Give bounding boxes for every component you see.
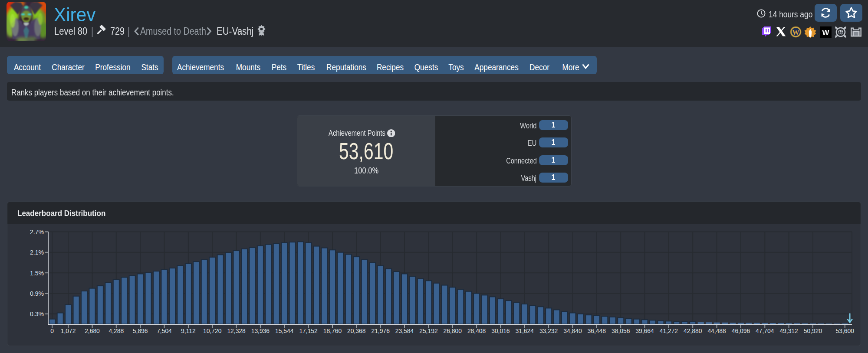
svg-text:5,896: 5,896 xyxy=(133,327,148,334)
svg-text:4,288: 4,288 xyxy=(108,327,124,334)
svg-text:17,152: 17,152 xyxy=(299,327,317,334)
svg-text:23,584: 23,584 xyxy=(395,327,414,334)
svg-text:47,704: 47,704 xyxy=(756,327,774,334)
svg-text:1,072: 1,072 xyxy=(61,327,76,334)
svg-text:0.9%: 0.9% xyxy=(30,290,44,297)
svg-text:9,112: 9,112 xyxy=(181,327,196,334)
svg-text:2.1%: 2.1% xyxy=(30,249,44,256)
svg-text:2,680: 2,680 xyxy=(85,327,100,334)
svg-text:49,312: 49,312 xyxy=(779,327,798,334)
svg-text:53,600: 53,600 xyxy=(836,327,854,334)
svg-text:10,720: 10,720 xyxy=(203,327,221,334)
svg-text:50,920: 50,920 xyxy=(804,327,822,334)
svg-text:42,880: 42,880 xyxy=(684,327,702,334)
svg-text:41,272: 41,272 xyxy=(660,327,678,334)
svg-text:36,448: 36,448 xyxy=(588,327,606,334)
svg-text:46,096: 46,096 xyxy=(732,327,750,334)
svg-text:39,664: 39,664 xyxy=(635,327,654,334)
svg-text:20,368: 20,368 xyxy=(347,327,365,334)
svg-text:38,056: 38,056 xyxy=(612,327,630,334)
svg-text:26,800: 26,800 xyxy=(444,327,462,334)
svg-text:18,760: 18,760 xyxy=(323,327,342,334)
svg-text:44,488: 44,488 xyxy=(707,327,726,334)
svg-text:34,840: 34,840 xyxy=(563,327,582,334)
svg-text:21,976: 21,976 xyxy=(372,327,390,334)
svg-text:0.3%: 0.3% xyxy=(30,311,44,318)
svg-text:31,624: 31,624 xyxy=(516,327,534,334)
svg-text:7,504: 7,504 xyxy=(157,327,172,334)
svg-text:0: 0 xyxy=(50,327,54,334)
svg-text:2.7%: 2.7% xyxy=(30,228,44,235)
svg-text:30,016: 30,016 xyxy=(491,327,510,334)
svg-text:12,328: 12,328 xyxy=(227,327,245,334)
svg-text:13,936: 13,936 xyxy=(251,327,270,334)
svg-text:25,192: 25,192 xyxy=(419,327,437,334)
svg-text:33,232: 33,232 xyxy=(539,327,558,334)
svg-text:15,544: 15,544 xyxy=(275,327,293,334)
svg-text:28,408: 28,408 xyxy=(467,327,486,334)
svg-text:1.5%: 1.5% xyxy=(30,269,44,277)
